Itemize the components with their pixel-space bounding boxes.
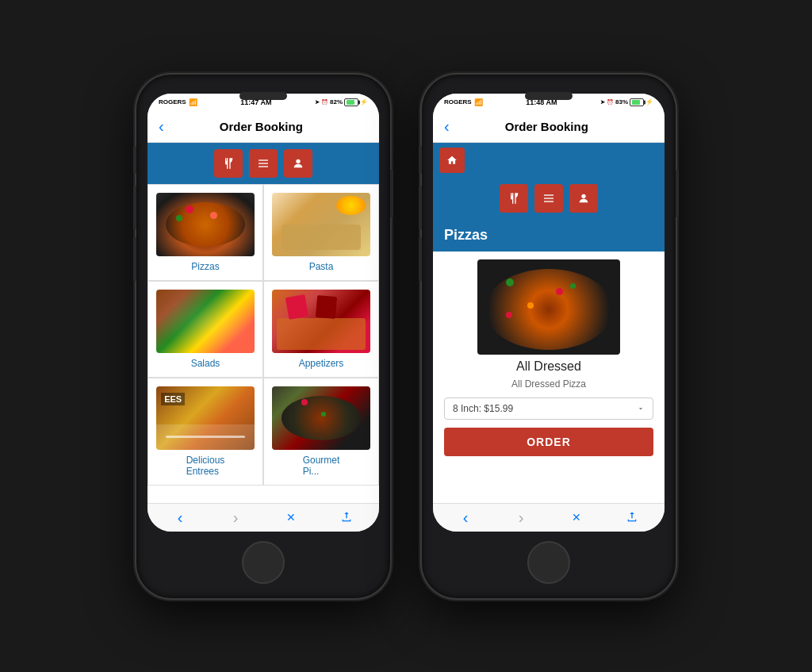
delicious-image: EES xyxy=(156,386,255,450)
time-2: 11:48 AM xyxy=(526,98,557,106)
category-header: Pizzas xyxy=(433,219,665,252)
menu-item-delicious[interactable]: EES DeliciousEntrees xyxy=(147,378,263,486)
menu-content-1: Pizzas Pasta Salads xyxy=(147,184,379,503)
svg-point-3 xyxy=(296,159,300,163)
utensils-button-2[interactable] xyxy=(500,184,528,213)
browser-forward-1[interactable]: › xyxy=(224,506,247,528)
product-content: Pizzas All Dressed All Dressed Pizza 8 I… xyxy=(433,219,665,503)
lightning-icon-1: ⚡ xyxy=(360,98,368,106)
top-home-bar xyxy=(433,143,665,178)
user-button-1[interactable] xyxy=(284,149,312,178)
location-icon-1: ➤ xyxy=(315,99,320,106)
status-right-1: ➤ ⏰ 82% ⚡ xyxy=(315,98,368,106)
svg-rect-4 xyxy=(544,194,553,195)
nav-bar-1: ‹ Order Booking xyxy=(147,111,379,143)
status-right-2: ➤ ⏰ 83% ⚡ xyxy=(600,98,653,106)
browser-share-1[interactable] xyxy=(335,506,358,528)
salads-label: Salads xyxy=(191,358,220,369)
page-title-2: Order Booking xyxy=(456,120,638,133)
browser-close-2[interactable]: ✕ xyxy=(565,506,588,528)
nav-bar-2: ‹ Order Booking xyxy=(433,111,665,143)
status-bar-1: ROGERS 📶 11:47 AM ➤ ⏰ 82% ⚡ xyxy=(147,94,379,111)
browser-back-2[interactable]: ‹ xyxy=(454,506,477,528)
svg-point-7 xyxy=(581,194,585,198)
browser-close-1[interactable]: ✕ xyxy=(280,506,302,528)
browser-bar-1: ‹ › ✕ xyxy=(147,503,379,532)
screen-2: ROGERS 📶 11:48 AM ➤ ⏰ 83% ⚡ ‹ Order Book… xyxy=(433,94,665,532)
carrier-2: ROGERS xyxy=(444,98,472,106)
back-button-1[interactable]: ‹ xyxy=(159,118,164,134)
delicious-label: DeliciousEntrees xyxy=(186,455,225,477)
location-icon-2: ➤ xyxy=(600,99,605,106)
battery-icon-1 xyxy=(344,98,358,106)
browser-bar-2: ‹ › ✕ xyxy=(433,503,665,532)
wifi-icon-1: 📶 xyxy=(189,98,197,106)
svg-rect-0 xyxy=(259,159,268,160)
gourmet-label: GourmetPi... xyxy=(303,455,340,477)
lightning-icon-2: ⚡ xyxy=(645,98,653,106)
product-section: All Dressed All Dressed Pizza 8 Inch: $1… xyxy=(433,252,665,464)
time-1: 11:47 AM xyxy=(240,98,271,106)
user-button-2[interactable] xyxy=(569,184,598,213)
product-image xyxy=(477,259,620,355)
back-button-2[interactable]: ‹ xyxy=(444,118,450,134)
alarm-icon-1: ⏰ xyxy=(321,99,328,106)
battery-pct-2: 83% xyxy=(615,98,628,106)
product-description: All Dressed Pizza xyxy=(511,378,586,390)
svg-rect-6 xyxy=(544,201,553,202)
menu-item-pizzas[interactable]: Pizzas xyxy=(147,184,263,281)
status-bar-2: ROGERS 📶 11:48 AM ➤ ⏰ 83% ⚡ xyxy=(433,94,665,111)
battery-icon-2 xyxy=(630,98,644,106)
appetizers-label: Appetizers xyxy=(299,358,344,369)
menu-item-gourmet[interactable]: GourmetPi... xyxy=(263,378,379,486)
alarm-icon-2: ⏰ xyxy=(607,99,614,106)
order-button[interactable]: ORDER xyxy=(444,428,653,456)
svg-rect-1 xyxy=(259,163,268,163)
size-option: 8 Inch: $15.99 xyxy=(453,403,513,414)
menu-item-salads[interactable]: Salads xyxy=(147,281,263,378)
pizzas-label: Pizzas xyxy=(191,261,219,272)
menu-item-pasta[interactable]: Pasta xyxy=(263,184,379,281)
svg-rect-2 xyxy=(259,166,268,167)
browser-back-1[interactable]: ‹ xyxy=(169,506,191,528)
wifi-icon-2: 📶 xyxy=(474,98,483,106)
toolbar-2 xyxy=(433,178,665,219)
list-button-1[interactable] xyxy=(249,149,278,178)
pasta-label: Pasta xyxy=(309,261,334,272)
menu-grid: Pizzas Pasta Salads xyxy=(147,184,379,486)
phone-1: ROGERS 📶 11:47 AM ➤ ⏰ 82% ⚡ ‹ Order Book… xyxy=(136,75,390,598)
screen-1: ROGERS 📶 11:47 AM ➤ ⏰ 82% ⚡ ‹ Order Book… xyxy=(147,94,379,532)
page-title-1: Order Booking xyxy=(170,120,352,133)
svg-rect-5 xyxy=(544,198,553,198)
battery-pct-1: 82% xyxy=(330,98,343,106)
salad-image xyxy=(156,290,255,353)
size-select[interactable]: 8 Inch: $15.99 xyxy=(444,397,653,420)
pasta-image xyxy=(272,193,370,256)
home-button-2[interactable] xyxy=(439,148,465,173)
menu-item-appetizers[interactable]: Appetizers xyxy=(263,281,379,378)
list-button-2[interactable] xyxy=(534,184,563,213)
appetizer-image xyxy=(272,290,370,353)
browser-share-2[interactable] xyxy=(621,506,643,528)
browser-forward-2[interactable]: › xyxy=(510,506,532,528)
carrier-1: ROGERS xyxy=(159,98,186,106)
status-left-2: ROGERS 📶 xyxy=(444,98,483,106)
phone-2: ROGERS 📶 11:48 AM ➤ ⏰ 83% ⚡ ‹ Order Book… xyxy=(422,75,676,598)
toolbar-1 xyxy=(147,143,379,184)
pizza-image xyxy=(156,193,255,256)
utensils-button-1[interactable] xyxy=(214,149,243,178)
product-name: All Dressed xyxy=(516,359,581,374)
gourmet-image xyxy=(272,386,370,450)
status-left-1: ROGERS 📶 xyxy=(159,98,197,106)
